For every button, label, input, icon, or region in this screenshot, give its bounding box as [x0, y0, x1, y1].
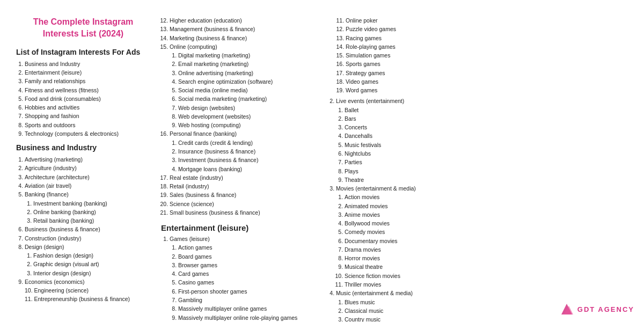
list-item: Movies (entertainment & media) Action mo…	[336, 184, 494, 289]
list-item: Ballet	[345, 106, 494, 114]
list-item: Nightclubs	[345, 149, 494, 158]
list-item: Sports games	[346, 60, 494, 68]
list-item: Management (business & finance)	[170, 25, 317, 33]
list-item: Online poker Puzzle video games Racing g…	[336, 16, 494, 94]
list-item: Online advertising (marketing)	[178, 69, 317, 77]
list-item: Entrepreneurship (business & finance)	[25, 295, 150, 303]
list-item: Plays	[345, 167, 494, 175]
list-item: Investment (business & finance)	[178, 156, 317, 164]
movies-sub: Action movies Animated movies Anime movi…	[336, 193, 494, 289]
list-item: Retail banking (banking)	[33, 216, 150, 225]
entertainment-heading: Entertainment (leisure)	[161, 223, 317, 232]
list-item: Anime movies	[345, 210, 494, 219]
list-item: Credit cards (credit & lending)	[178, 138, 317, 147]
list-item: Architecture (architecture)	[25, 173, 150, 181]
list-item: Design (design) Fashion design (design) …	[25, 243, 150, 277]
list-item: Massively multiplayer online games	[178, 304, 317, 313]
games-continued: Online poker Puzzle video games Racing g…	[327, 16, 494, 94]
list-item: Thriller movies	[345, 280, 494, 289]
column-3: Online poker Puzzle video games Racing g…	[322, 16, 499, 311]
sub-list: Digital marketing (marketing) Email mark…	[170, 51, 317, 129]
list-item: Documentary movies	[345, 237, 494, 245]
list-item: Personal finance (banking) Credit cards …	[170, 129, 317, 173]
list-item: Music (entertainment & media) Blues musi…	[336, 289, 494, 322]
list-item: Puzzle video games	[346, 25, 494, 33]
logo-text: GDT AGENCY	[577, 305, 634, 313]
list-item: Engineering (science)	[25, 286, 150, 295]
gdt-logo-icon	[559, 302, 574, 317]
list-item: Science (science)	[170, 200, 317, 208]
list-item: Marketing (business & finance)	[170, 34, 317, 42]
list-item: Role-playing games	[346, 42, 494, 51]
list-item: Concerts	[345, 123, 494, 131]
games-k-list: Online poker Puzzle video games Racing g…	[337, 16, 494, 94]
list-item: Insurance (business & finance)	[178, 147, 317, 156]
list-item: Mortgage loans (banking)	[178, 165, 317, 173]
list-item: Blues music	[345, 298, 494, 306]
list-item: Social media marketing (marketing)	[178, 94, 317, 103]
list-item: Animated movies	[345, 202, 494, 210]
list-item: First-person shooter games	[178, 287, 317, 296]
list-item: Retail (industry)	[170, 182, 317, 191]
list-item: Family and relationships	[25, 77, 150, 85]
column-1: The Complete Instagram Interests List (2…	[11, 16, 156, 311]
list-item: Web design (websites)	[178, 104, 317, 112]
list-item: Bollywood movies	[345, 219, 494, 228]
column-2: Higher education (education) Management …	[156, 16, 322, 311]
list-item: Casino games	[178, 278, 317, 287]
list-item: Board games	[178, 252, 317, 261]
list-item: Dancehalls	[345, 131, 494, 140]
list-item: Small business (business & finance)	[170, 208, 317, 217]
sub-list: Credit cards (credit & lending) Insuranc…	[170, 138, 317, 173]
list-item: Drama movies	[345, 245, 494, 254]
list-item: Country music	[345, 315, 494, 322]
section1-list: Business and Industry Entertainment (lei…	[16, 60, 150, 138]
ent-list: Games (leisure) Action games Board games…	[161, 235, 317, 322]
music-sub: Blues music Classical music Country musi…	[336, 298, 494, 323]
list-item: Investment banking (banking)	[33, 199, 150, 208]
list-item: Fashion design (design)	[33, 251, 150, 260]
list-item: Music festivals	[345, 141, 494, 149]
list-item: Interior design (design)	[33, 269, 150, 277]
list-item: Web hosting (computing)	[178, 121, 317, 129]
list-item: Comedy movies	[345, 228, 494, 236]
list-item: Higher education (education)	[170, 16, 317, 25]
list-item: Massively multiplayer online role-playin…	[178, 313, 317, 322]
list-item: Construction (industry)	[25, 234, 150, 243]
list-item: Advertising (marketing)	[25, 155, 150, 164]
list-item: Classical music	[345, 306, 494, 315]
page: The Complete Instagram Interests List (2…	[0, 0, 644, 322]
list-item: Games (leisure) Action games Board games…	[170, 235, 317, 322]
list-item: Live events (entertainment) Ballet Bars …	[336, 97, 494, 184]
sub-list: Investment banking (banking) Online bank…	[25, 199, 150, 225]
list-item: Agriculture (industry)	[25, 164, 150, 172]
list-item: Parties	[345, 158, 494, 166]
list-item: Simulation games	[346, 51, 494, 60]
logo-area: GDT AGENCY	[559, 302, 634, 317]
list-item: Horror movies	[345, 254, 494, 262]
list-item: Real estate (industry)	[170, 173, 317, 182]
list-item: Business (business & finance)	[25, 225, 150, 233]
live-sub: Ballet Bars Concerts Dancehalls Music fe…	[336, 106, 494, 184]
list-item: Online poker	[346, 16, 494, 25]
list-item: Online (computing) Digital marketing (ma…	[170, 42, 317, 130]
games-sub-list: Action games Board games Browser games C…	[170, 243, 317, 322]
list-item: Theatre	[345, 175, 494, 184]
list-item: Graphic design (visual art)	[33, 260, 150, 268]
list-item: Bars	[345, 114, 494, 123]
list-item: Entertainment (leisure)	[25, 68, 150, 77]
list-item: Banking (finance) Investment banking (ba…	[25, 190, 150, 225]
list-item: Gambling	[178, 296, 317, 304]
section2-list: Advertising (marketing) Agriculture (ind…	[16, 155, 150, 304]
list-item: Action games	[178, 243, 317, 252]
list-item: Card games	[178, 269, 317, 278]
list-item: Video games	[346, 77, 494, 86]
list-item: Fitness and wellness (fitness)	[25, 86, 150, 94]
list-item: Hobbies and activities	[25, 103, 150, 112]
list-item: Science fiction movies	[345, 272, 494, 280]
list-item: Sports and outdoors	[25, 121, 150, 129]
section1-heading: List of Instagram Interests For Ads	[16, 48, 150, 56]
list-item: Food and drink (consumables)	[25, 94, 150, 103]
list-item: Racing games	[346, 34, 494, 42]
live-events-list: Live events (entertainment) Ballet Bars …	[327, 97, 494, 322]
